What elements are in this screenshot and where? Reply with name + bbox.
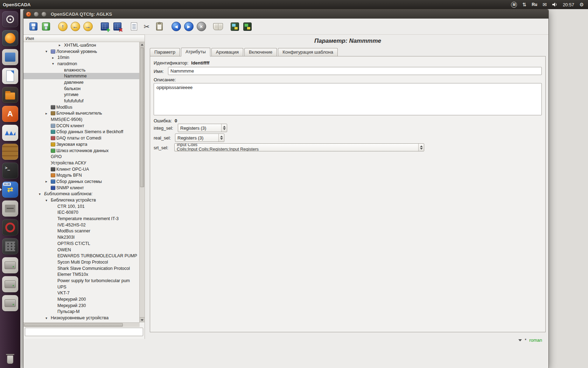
launcher-software-center-icon[interactable] xyxy=(2,106,18,122)
tree-item[interactable]: ▸Блочный вычислитель xyxy=(23,110,140,117)
tree-item[interactable]: DCON клиент xyxy=(23,123,140,129)
volume-icon[interactable] xyxy=(552,2,558,7)
mail-icon[interactable]: ✉ xyxy=(542,2,547,7)
vertical-scroll-thumb[interactable] xyxy=(140,48,144,187)
tree-item[interactable]: Sycon Multi Drop Protocol xyxy=(23,259,140,265)
sync-arrows-icon[interactable]: ⇅ xyxy=(522,2,526,7)
spinner-arrows-icon[interactable] xyxy=(221,124,227,132)
tree-item[interactable]: уптиме xyxy=(23,92,140,98)
forward-button[interactable]: ▶ xyxy=(182,20,195,33)
name-input[interactable] xyxy=(168,67,542,75)
tree-expander-icon[interactable]: ▾ xyxy=(46,49,51,53)
tree-item[interactable]: EDWARDS TURBOMOLECULAR PUMP xyxy=(23,253,140,259)
tree-column-header[interactable]: Имя xyxy=(23,35,145,42)
copy-item-button[interactable] xyxy=(128,20,140,33)
tree-item[interactable]: ▸Сбор данных системы xyxy=(23,178,140,185)
up-level-button[interactable]: ↑ xyxy=(56,20,69,33)
tree-item[interactable]: Пульсар-М xyxy=(23,309,140,315)
real-sel-combobox[interactable]: Registers (3) xyxy=(175,134,224,142)
keyboard-layout-indicator[interactable]: Ru xyxy=(532,2,537,7)
scroll-up-icon[interactable] xyxy=(140,42,145,47)
tree-item[interactable]: ▸XHTML-шаблон xyxy=(23,42,140,48)
tree-item[interactable]: влажность xyxy=(23,67,140,73)
tree-horizontal-scrollbar[interactable] xyxy=(23,322,140,327)
launcher-wood-box-icon[interactable] xyxy=(2,144,18,160)
tree-item[interactable]: IEC-60870 xyxy=(23,210,140,216)
launcher-opera-icon[interactable] xyxy=(2,219,18,236)
tree-item[interactable]: ▸10min xyxy=(23,54,140,61)
tree-item[interactable]: Elemer TM510x xyxy=(23,271,140,278)
tree-item[interactable]: ▾narodmon xyxy=(23,61,140,67)
tab-archiving[interactable]: Архивация xyxy=(211,48,243,56)
tree-item[interactable]: OPTRIS CT/CTL xyxy=(23,240,140,247)
tree-item[interactable]: Клиент OPC-UA xyxy=(23,166,140,172)
tree-expander-icon[interactable]: ▸ xyxy=(52,56,57,60)
launcher-libreoffice-writer-icon[interactable] xyxy=(2,68,18,84)
tree-item[interactable]: ▾Логический уровень xyxy=(23,48,140,55)
paste-item-button[interactable] xyxy=(153,20,166,33)
tree-expander-icon[interactable]: ▾ xyxy=(39,192,44,196)
launcher-calculator-icon[interactable] xyxy=(2,238,18,254)
tree-item[interactable]: Nik2303I xyxy=(23,234,140,240)
tree-item[interactable]: SNMP клиент xyxy=(23,185,140,191)
tree-item[interactable]: Меркурий 230 xyxy=(23,302,140,309)
messaging-menu-icon[interactable]: M xyxy=(511,2,517,8)
stop-button[interactable]: × xyxy=(195,20,208,33)
launcher-terminal-icon[interactable] xyxy=(2,163,18,179)
tree-item[interactable]: DAQ платы от Comedi xyxy=(23,135,140,141)
tree-item[interactable]: Шлюз источников данных xyxy=(23,148,140,154)
tab-parameter[interactable]: Параметр xyxy=(150,48,180,56)
tree-item[interactable]: ▾Библиотека устройств xyxy=(23,197,140,203)
scroll-down-icon[interactable] xyxy=(140,317,145,322)
tree-item[interactable]: Shark Slave Communication Protocol xyxy=(23,265,140,272)
tree-item[interactable]: ModBus scanner xyxy=(23,228,140,234)
next-button[interactable]: → xyxy=(82,20,94,33)
tree-item[interactable]: Устройства АСКУ xyxy=(23,160,140,166)
tree-item[interactable]: Модуль BFN xyxy=(23,172,140,178)
tree-item[interactable]: OWEN xyxy=(23,247,140,253)
launcher-firefox-icon[interactable] xyxy=(2,30,18,46)
save-to-db-button[interactable] xyxy=(40,20,52,33)
launcher-openscada-icon[interactable]: 10.95 xyxy=(2,182,18,198)
launcher-media-player-icon[interactable] xyxy=(2,49,18,65)
tree-item[interactable]: Звуковая карта xyxy=(23,141,140,148)
launcher-files-icon[interactable] xyxy=(2,87,18,103)
tree-expander-icon[interactable]: ▸ xyxy=(59,43,64,47)
launcher-archive-manager-icon[interactable] xyxy=(2,200,18,217)
tree-item[interactable]: IVE-452HS-02 xyxy=(23,222,140,228)
back-button[interactable]: ◀ xyxy=(170,20,182,33)
tree-item[interactable]: Temperature measurement IT-3 xyxy=(23,216,140,222)
add-item-button[interactable]: + xyxy=(98,20,111,33)
integ-sel-combobox[interactable]: Registers (3) xyxy=(178,124,227,132)
tree-item[interactable]: ▾Низкоуровневые устройства xyxy=(23,315,140,321)
tree-expander-icon[interactable]: ▸ xyxy=(46,179,51,183)
session-gear-icon[interactable]: ⚙ xyxy=(579,2,584,7)
tree-item[interactable]: давление xyxy=(23,79,140,86)
tray-expander-icon[interactable] xyxy=(518,339,522,341)
manual-button[interactable] xyxy=(212,20,224,33)
load-from-db-button[interactable] xyxy=(27,20,40,33)
maximize-button[interactable] xyxy=(41,12,47,17)
tree-filter-input[interactable] xyxy=(25,328,143,336)
tab-template-config[interactable]: Конфигурация шаблона xyxy=(278,48,338,56)
qtstarter-config-button[interactable] xyxy=(241,20,254,33)
tab-attributes[interactable]: Атрибуты xyxy=(181,48,210,56)
tree-item[interactable]: CTR 100, 101 xyxy=(23,203,140,210)
tree-item[interactable]: балькон xyxy=(23,86,140,92)
tree-item[interactable]: Сбор данных Siemens и Beckhoff xyxy=(23,129,140,135)
spinner-arrows-icon[interactable] xyxy=(418,144,424,151)
launcher-system-monitor-icon[interactable] xyxy=(2,125,18,141)
tree-item[interactable]: ▾Библиотека шаблонов: xyxy=(23,191,140,197)
launcher-disk-2-icon[interactable] xyxy=(2,276,18,292)
launcher-dash-home-icon[interactable] xyxy=(2,11,18,27)
description-textarea[interactable]: opipipisssanieeee xyxy=(154,83,542,115)
launcher-disk-1-icon[interactable] xyxy=(2,257,18,273)
window-titlebar[interactable]: OpenSCADA QTCfg: AGLKS xyxy=(23,9,548,19)
tree-item[interactable]: VKT-7 xyxy=(23,290,140,297)
launcher-disk-3-icon[interactable] xyxy=(2,295,18,311)
tree-expander-icon[interactable]: ▾ xyxy=(52,62,57,66)
tree-item[interactable]: Power supply for turbomolecular pum xyxy=(23,278,140,284)
tree-item[interactable]: UPS xyxy=(23,284,140,290)
tree-item[interactable]: MMS(IEC-9506) xyxy=(23,116,140,123)
delete-item-button[interactable]: × xyxy=(111,20,124,33)
